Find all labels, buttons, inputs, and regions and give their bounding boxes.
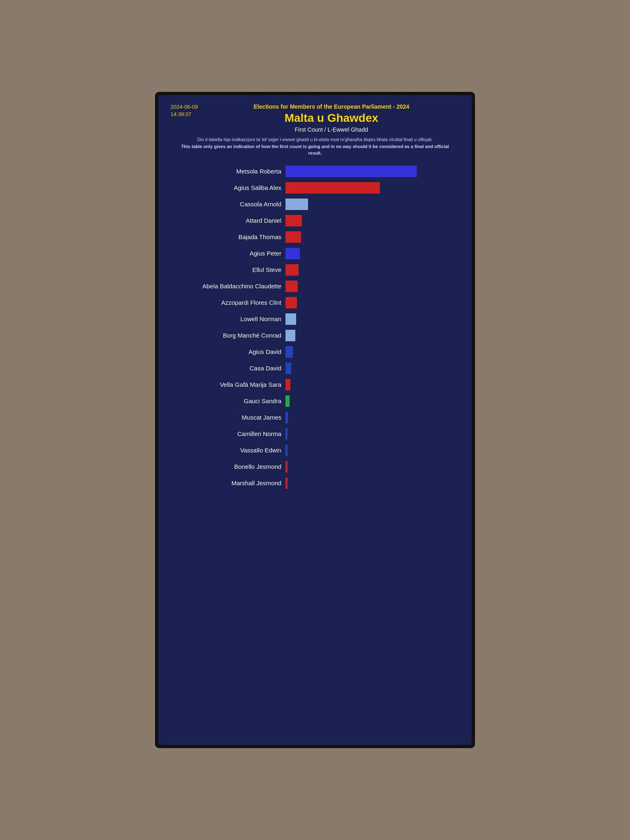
count-label: First Count / L-Ewwel Ghadd (203, 126, 459, 133)
candidate-row: Cassola Arnold (171, 198, 459, 211)
vote-bar (285, 166, 417, 177)
bar-container (285, 363, 459, 374)
candidate-name: Bonello Jesmond (171, 463, 285, 470)
candidate-name: Agius David (171, 348, 285, 355)
timestamp: 2024-06-0914:39:07 (171, 103, 198, 118)
candidate-name: Bajada Thomas (171, 233, 285, 240)
vote-bar (285, 281, 298, 292)
candidate-row: Bonello Jesmond (171, 460, 459, 473)
bar-container (285, 264, 459, 276)
candidate-row: Vassallo Edwin (171, 444, 459, 457)
bar-container (285, 395, 459, 407)
candidates-list: Metsola RobertaAgius Saliba AlexCassola … (171, 165, 459, 490)
candidate-row: Vella Gafà Marija Sara (171, 378, 459, 391)
vote-bar (285, 313, 296, 325)
candidate-name: Vella Gafà Marija Sara (171, 381, 285, 388)
candidate-name: Metsola Roberta (171, 168, 285, 175)
bar-container (285, 379, 459, 390)
bar-container (285, 412, 459, 423)
bar-container (285, 215, 459, 226)
election-title: Elections for Members of the European Pa… (203, 103, 459, 110)
bar-container (285, 346, 459, 358)
vote-bar (285, 264, 299, 276)
disclaimer: Din it-tabella hija indikazzjoni ta' kif… (171, 136, 459, 157)
bar-container (285, 445, 459, 456)
vote-bar (285, 215, 302, 226)
vote-bar (285, 412, 288, 423)
candidate-row: Attard Daniel (171, 214, 459, 227)
bar-container (285, 166, 459, 177)
bar-container (285, 461, 459, 472)
candidate-row: Ellul Steve (171, 263, 459, 276)
candidate-row: Marshall Jesmond (171, 477, 459, 490)
candidate-name: Vassallo Edwin (171, 447, 285, 454)
candidate-row: Bajada Thomas (171, 231, 459, 244)
candidate-row: Agius Saliba Alex (171, 181, 459, 194)
header: Elections for Members of the European Pa… (171, 103, 459, 157)
candidate-row: Azzopardi Flores Clint (171, 296, 459, 309)
candidate-name: Gauci Sandra (171, 397, 285, 404)
vote-bar (285, 445, 288, 456)
candidate-name: Agius Saliba Alex (171, 184, 285, 191)
disclaimer-mt: Din it-tabella hija indikazzjoni ta' kif… (197, 137, 433, 142)
candidate-row: Metsola Roberta (171, 165, 459, 178)
candidate-row: Lowell Norman (171, 313, 459, 326)
candidate-row: Muscat James (171, 411, 459, 424)
candidate-row: Agius Peter (171, 247, 459, 260)
candidate-name: Lowell Norman (171, 315, 285, 322)
vote-bar (285, 330, 295, 341)
vote-bar (285, 363, 291, 374)
bar-container (285, 231, 459, 243)
candidate-row: Gauci Sandra (171, 395, 459, 408)
vote-bar (285, 428, 288, 440)
election-screen: 2024-06-0914:39:07 Elections for Members… (155, 92, 475, 748)
candidate-name: Camilleri Norma (171, 430, 285, 437)
candidate-name: Borg Manché Conrad (171, 332, 285, 339)
candidate-row: Casa David (171, 362, 459, 375)
vote-bar (285, 379, 290, 390)
candidate-name: Muscat James (171, 414, 285, 421)
candidate-row: Agius David (171, 345, 459, 358)
candidate-row: Camilleri Norma (171, 427, 459, 441)
bar-container (285, 297, 459, 308)
region-title: Malta u Ghawdex (203, 112, 459, 125)
candidate-name: Marshall Jesmond (171, 479, 285, 486)
disclaimer-en: This table only gives an indication of h… (181, 144, 449, 156)
candidate-name: Attard Daniel (171, 217, 285, 224)
candidate-name: Azzopardi Flores Clint (171, 299, 285, 306)
vote-bar (285, 395, 290, 407)
vote-bar (285, 182, 380, 194)
vote-bar (285, 461, 288, 472)
candidate-name: Ellul Steve (171, 266, 285, 273)
bar-container (285, 248, 459, 259)
bar-container (285, 313, 459, 325)
bar-container (285, 182, 459, 194)
vote-bar (285, 199, 308, 210)
bar-container (285, 281, 459, 292)
vote-bar (285, 477, 288, 489)
vote-bar (285, 231, 301, 243)
candidate-row: Abela Baldacchino Claudette (171, 280, 459, 293)
candidate-name: Cassola Arnold (171, 201, 285, 208)
bar-container (285, 330, 459, 341)
vote-bar (285, 248, 300, 259)
vote-bar (285, 346, 293, 358)
candidate-name: Abela Baldacchino Claudette (171, 283, 285, 290)
candidate-name: Casa David (171, 365, 285, 372)
candidate-row: Borg Manché Conrad (171, 329, 459, 342)
bar-container (285, 477, 459, 489)
vote-bar (285, 297, 297, 308)
bar-container (285, 428, 459, 440)
candidate-name: Agius Peter (171, 250, 285, 257)
bar-container (285, 199, 459, 210)
